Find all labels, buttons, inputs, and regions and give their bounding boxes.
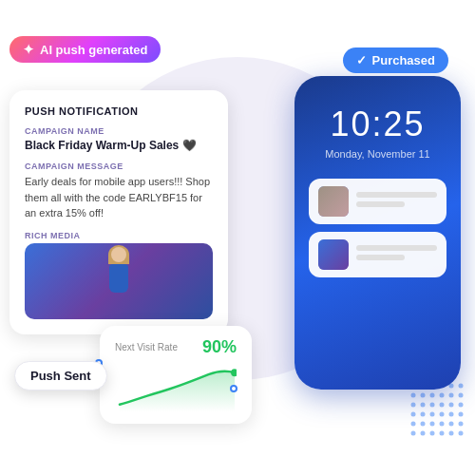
svg-point-22 [449, 412, 454, 417]
svg-point-17 [459, 403, 464, 408]
svg-point-29 [459, 422, 464, 427]
svg-point-6 [411, 393, 416, 398]
trend-chart [115, 365, 237, 412]
campaign-name: Black Friday Warm-Up Sales 🖤 [25, 139, 213, 152]
purchased-badge: ✓ Purchased [343, 48, 448, 73]
svg-point-18 [411, 412, 416, 417]
svg-point-13 [421, 403, 426, 408]
phone-time: 10:25 [330, 105, 425, 144]
head [111, 247, 126, 262]
svg-point-25 [421, 422, 426, 427]
toast-image-2 [318, 239, 349, 270]
rate-value: 90% [202, 337, 237, 357]
svg-point-23 [459, 412, 464, 417]
svg-point-16 [449, 403, 454, 408]
chart-area [115, 365, 237, 412]
toast-line-1a [356, 192, 437, 198]
push-sent-badge: Push Sent [14, 361, 107, 390]
message-label: CAMPAIGN MESSAGE [25, 162, 213, 171]
toast-line-1b [356, 201, 405, 207]
push-notification-card: PUSH NOTIFICATION CAMPAIGN NAME Black Fr… [10, 90, 228, 334]
svg-point-28 [449, 422, 454, 427]
svg-point-14 [430, 403, 435, 408]
svg-point-10 [449, 393, 454, 398]
toast-line-2a [356, 245, 437, 251]
svg-point-15 [440, 403, 445, 408]
svg-point-24 [411, 422, 416, 427]
rate-header: Next Visit Rate 90% [115, 337, 237, 357]
rich-media-image [25, 243, 213, 319]
sparkle-icon: ✦ [23, 42, 34, 57]
check-icon: ✓ [356, 53, 367, 67]
svg-point-35 [459, 431, 464, 436]
woman-figure [95, 245, 142, 316]
ai-badge-label: AI push generated [40, 43, 147, 57]
svg-point-11 [459, 393, 464, 398]
phone-mockup: 10:25 Monday, November 11 [294, 76, 461, 390]
svg-point-31 [421, 431, 426, 436]
campaign-message: Early deals for mobile app users!!! Shop… [25, 174, 213, 221]
svg-point-12 [411, 403, 416, 408]
rate-label: Next Visit Rate [115, 342, 178, 352]
toast-lines-2 [356, 245, 437, 264]
svg-point-20 [430, 412, 435, 417]
svg-point-32 [430, 431, 435, 436]
campaign-label: CAMPAIGN NAME [25, 126, 213, 136]
svg-point-34 [449, 431, 454, 436]
svg-point-27 [440, 422, 445, 427]
svg-point-26 [430, 422, 435, 427]
phone-toast-1 [309, 179, 446, 224]
svg-point-7 [421, 393, 426, 398]
toast-line-2b [356, 255, 405, 260]
svg-point-5 [459, 384, 464, 389]
phone-toast-2 [309, 232, 446, 277]
rich-media-label: RICH MEDIA [25, 231, 213, 240]
svg-point-19 [421, 412, 426, 417]
push-sent-label: Push Sent [30, 369, 91, 383]
rate-value-text: 90% [202, 337, 237, 356]
phone-date: Monday, November 11 [325, 148, 429, 160]
connector-dot-2 [230, 385, 238, 392]
dot-pattern [408, 381, 466, 438]
svg-point-30 [411, 431, 416, 436]
toast-image-1 [318, 186, 349, 217]
body [109, 264, 128, 293]
svg-point-9 [440, 393, 445, 398]
toast-lines-1 [356, 192, 437, 211]
card-title: PUSH NOTIFICATION [25, 105, 213, 117]
svg-point-21 [440, 412, 445, 417]
svg-point-8 [430, 393, 435, 398]
purchased-badge-label: Purchased [372, 53, 435, 67]
svg-point-33 [440, 431, 445, 436]
rate-card: Next Visit Rate 90% [100, 326, 252, 424]
ai-badge: ✦ AI push generated [10, 36, 161, 63]
